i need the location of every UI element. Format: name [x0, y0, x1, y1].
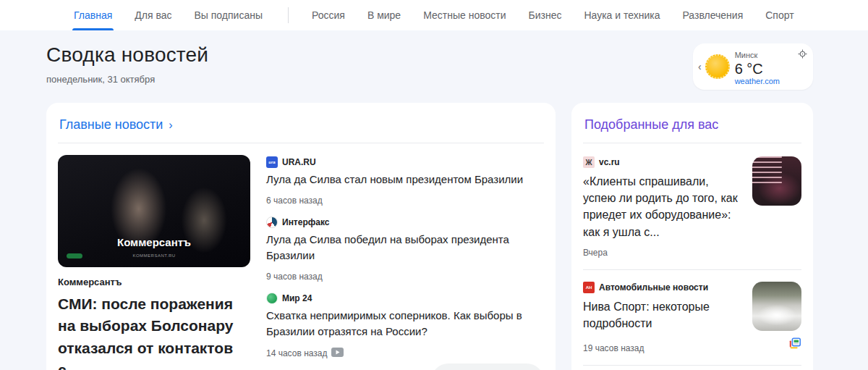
picked-story: АН Автомобильные новости Нива Спорт: нек…	[583, 280, 801, 363]
sun-icon	[705, 54, 730, 79]
picked-time: Вчера	[583, 248, 744, 258]
source-name[interactable]: Мир 24	[282, 293, 312, 303]
weather-city: Минск	[735, 51, 758, 59]
related-time: 14 часов назад	[266, 348, 544, 359]
lead-source-row: Коммерсантъ	[58, 277, 250, 287]
mir24-icon	[266, 293, 278, 304]
related-headline[interactable]: Лула да Силва стал новым президентом Бра…	[266, 172, 544, 188]
auto-news-icon: АН	[583, 282, 595, 293]
page-content: Сводка новостей понедельник, 31 октября …	[0, 43, 868, 370]
lead-story: Коммерсантъ KOMMERSANT.RU Коммерсантъ СМ…	[58, 155, 250, 370]
weather-prev-button[interactable]: ‹	[696, 61, 704, 72]
related-time: 6 часов назад	[266, 195, 544, 206]
related-story: Мир 24 Схватка непримиримых соперников. …	[266, 293, 544, 359]
related-stories: ura URA.RU Лула да Силва стал новым през…	[250, 155, 544, 370]
image-watermark: Коммерсантъ	[58, 236, 250, 248]
top-stories-title: Главные новости	[59, 117, 163, 133]
weather-widget[interactable]: ‹ Минск 6 °C weather.com	[693, 43, 813, 90]
page-title: Сводка новостей	[46, 43, 208, 67]
full-coverage-icon[interactable]	[788, 337, 801, 353]
story-divider	[583, 365, 801, 366]
image-watermark-sub: KOMMERSANT.RU	[58, 253, 250, 258]
section-divider	[58, 143, 544, 143]
tab-world[interactable]: В мире	[366, 0, 402, 30]
video-icon	[331, 348, 344, 359]
interfax-icon	[266, 216, 278, 228]
source-name[interactable]: Интерфакс	[282, 217, 329, 227]
tab-home[interactable]: Главная	[72, 0, 114, 30]
vc-ru-icon: Ж	[583, 156, 595, 168]
top-stories-card: Главные новости › Коммерсантъ KOMMERSANT…	[46, 103, 556, 370]
tab-entertainment[interactable]: Развлечения	[681, 0, 744, 30]
picked-for-you-card: Подобранные для вас Ж vc.ru «Клиенты спр…	[571, 103, 813, 370]
tab-following[interactable]: Вы подписаны	[192, 0, 264, 30]
picked-headline[interactable]: «Клиенты спрашивали, успею ли родить до …	[583, 173, 744, 240]
briefing-header: Сводка новостей понедельник, 31 октября	[46, 43, 208, 85]
lead-story-image[interactable]: Коммерсантъ KOMMERSANT.RU	[58, 155, 250, 267]
tab-science-tech[interactable]: Наука и техника	[582, 0, 661, 30]
nav-divider	[288, 7, 289, 23]
story-divider	[583, 269, 801, 270]
cards-row: Главные новости › Коммерсантъ KOMMERSANT…	[46, 103, 813, 370]
picked-for-you-title: Подобранные для вас	[584, 117, 718, 133]
tab-russia[interactable]: Россия	[310, 0, 346, 30]
page-header: Сводка новостей понедельник, 31 октября …	[46, 43, 813, 90]
ura-ru-icon: ura	[266, 156, 278, 168]
top-stories-header[interactable]: Главные новости ›	[58, 114, 544, 143]
related-time-text: 14 часов назад	[266, 348, 327, 358]
related-story: ura URA.RU Лула да Силва стал новым през…	[266, 156, 544, 206]
story-cluster: Коммерсантъ KOMMERSANT.RU Коммерсантъ СМ…	[58, 155, 544, 370]
weather-source-link[interactable]: weather.com	[735, 77, 807, 85]
weather-temperature: 6 °C	[735, 62, 807, 77]
source-name[interactable]: Автомобильные новости	[599, 282, 708, 293]
source-row: Мир 24	[266, 293, 544, 304]
tab-for-you[interactable]: Для вас	[133, 0, 173, 30]
lead-source-name[interactable]: Коммерсантъ	[58, 277, 122, 287]
tab-sport[interactable]: Спорт	[764, 0, 795, 30]
picked-time: 19 часов назад	[583, 343, 744, 353]
related-headline[interactable]: Схватка непримиримых соперников. Как выб…	[266, 308, 544, 340]
related-time: 9 часов назад	[266, 272, 544, 282]
picked-story-thumbnail[interactable]	[752, 282, 801, 331]
location-icon[interactable]	[798, 49, 807, 62]
top-navigation: Главная Для вас Вы подписаны Россия В ми…	[0, 0, 868, 30]
picked-for-you-header[interactable]: Подобранные для вас	[583, 114, 801, 143]
tab-local-news[interactable]: Местные новости	[422, 0, 507, 30]
tab-business[interactable]: Бизнес	[527, 0, 563, 30]
lead-headline[interactable]: СМИ: после поражения на выборах Болсонар…	[58, 293, 250, 370]
related-headline[interactable]: Лула да Силва победил на выборах президе…	[266, 232, 544, 264]
source-name[interactable]: vc.ru	[599, 157, 620, 167]
picked-story: Ж vc.ru «Клиенты спрашивали, успею ли ро…	[583, 155, 801, 268]
source-row: АН Автомобильные новости	[583, 282, 744, 293]
source-row: ura URA.RU	[266, 156, 544, 168]
page-date: понедельник, 31 октября	[46, 74, 208, 85]
chevron-right-icon: ›	[169, 119, 172, 132]
related-story: Интерфакс Лула да Силва победил на выбор…	[266, 216, 544, 282]
full-coverage-button[interactable]: Взгляд с разных сторон	[431, 363, 544, 370]
source-name[interactable]: URA.RU	[282, 157, 316, 167]
source-row: Ж vc.ru	[583, 156, 744, 168]
weather-info: Минск 6 °C weather.com	[735, 49, 807, 85]
section-divider	[583, 143, 801, 143]
source-row: Интерфакс	[266, 216, 544, 228]
picked-headline[interactable]: Нива Спорт: некоторые подробности	[583, 298, 744, 332]
picked-story-thumbnail[interactable]	[752, 156, 801, 206]
